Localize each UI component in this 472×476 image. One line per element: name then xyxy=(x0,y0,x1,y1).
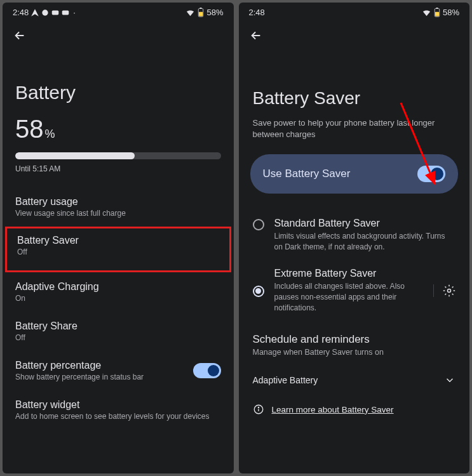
svg-point-12 xyxy=(258,407,259,408)
wifi-icon xyxy=(422,8,431,17)
battery-icon xyxy=(198,8,204,17)
radio-sub: Includes all changes listed above. Also … xyxy=(274,281,420,313)
radio-selected-icon xyxy=(253,286,264,297)
percent-value: 58 xyxy=(15,115,44,143)
battery-widget-item[interactable]: Battery widget Add to home screen to see… xyxy=(3,390,234,430)
percent-sign: % xyxy=(45,128,55,141)
svg-rect-8 xyxy=(435,12,439,17)
item-title: Battery Share xyxy=(15,321,221,332)
battery-share-item[interactable]: Battery Share Off xyxy=(3,312,234,351)
back-button[interactable] xyxy=(239,20,470,50)
svg-rect-2 xyxy=(62,10,69,15)
battery-progress-fill xyxy=(15,152,135,159)
use-battery-saver-pill[interactable]: Use Battery Saver xyxy=(250,154,459,194)
battery-percentage-item[interactable]: Battery percentage Show battery percenta… xyxy=(3,351,234,390)
item-title: Battery percentage xyxy=(15,360,193,371)
battery-percent-large: 58 % xyxy=(15,115,221,143)
info-icon xyxy=(253,404,264,415)
item-sub: Show battery percentage in status bar xyxy=(15,373,193,381)
learn-more-link[interactable]: Learn more about Battery Saver xyxy=(272,405,394,414)
radio-sub: Limits visual effects and background act… xyxy=(274,231,456,253)
battery-percentage-toggle[interactable] xyxy=(193,363,221,378)
gear-icon xyxy=(443,284,455,297)
item-sub: Off xyxy=(17,248,219,256)
schedule-reminders-item[interactable]: Schedule and reminders Manage when Batte… xyxy=(239,326,470,364)
status-bar: 2:48 · 58% xyxy=(3,3,234,20)
arrow-left-icon xyxy=(13,29,27,43)
adaptive-battery-label: Adaptive Battery xyxy=(253,375,318,385)
item-sub: View usage since last full charge xyxy=(15,209,221,218)
section-sub: Manage when Battery Saver turns on xyxy=(253,348,456,357)
item-sub: Add to home screen to see battery levels… xyxy=(15,412,221,421)
battery-progress-bar xyxy=(15,152,221,159)
settings-list: Battery usage View usage since last full… xyxy=(3,181,234,436)
battery-icon xyxy=(434,8,440,17)
radio-title: Extreme Battery Saver xyxy=(274,268,420,279)
svg-rect-5 xyxy=(199,12,203,17)
status-right: 58% xyxy=(185,8,223,17)
arrow-left-icon xyxy=(249,29,263,43)
page-title: Battery Saver xyxy=(239,50,470,117)
adaptive-battery-item[interactable]: Adaptive Battery xyxy=(239,364,470,396)
item-title: Adaptive Charging xyxy=(15,281,221,293)
learn-more-row[interactable]: Learn more about Battery Saver xyxy=(239,396,470,423)
phone-left: 2:48 · 58% Battery 58 % Until 5:15 AM xyxy=(3,3,234,473)
item-sub: Off xyxy=(15,333,221,342)
svg-rect-1 xyxy=(52,10,59,15)
svg-point-0 xyxy=(43,10,48,15)
battery-usage-item[interactable]: Battery usage View usage since last full… xyxy=(3,187,234,227)
page-title: Battery xyxy=(3,50,234,115)
status-app-icons xyxy=(30,8,70,17)
back-button[interactable] xyxy=(3,20,234,50)
adaptive-charging-item[interactable]: Adaptive Charging On xyxy=(3,272,234,312)
extreme-battery-saver-radio[interactable]: Extreme Battery Saver Includes all chang… xyxy=(239,260,470,321)
battery-percentage-block: 58 % Until 5:15 AM xyxy=(3,115,234,181)
status-left: 2:48 · xyxy=(13,8,76,17)
status-battery-percent: 58% xyxy=(443,8,459,17)
wifi-icon xyxy=(185,8,195,17)
status-dot: · xyxy=(73,8,76,17)
svg-point-9 xyxy=(448,289,451,292)
item-sub: On xyxy=(15,294,221,303)
item-title: Battery widget xyxy=(15,399,221,411)
status-time: 2:48 xyxy=(249,8,265,17)
extreme-settings-button[interactable] xyxy=(433,284,455,297)
status-right: 58% xyxy=(422,8,459,17)
battery-until-text: Until 5:15 AM xyxy=(15,164,221,173)
standard-battery-saver-radio[interactable]: Standard Battery Saver Limits visual eff… xyxy=(239,210,470,260)
page-subtitle: Save power to help your phone battery la… xyxy=(239,117,470,154)
battery-saver-item-highlighted[interactable]: Battery Saver Off xyxy=(5,227,231,272)
status-bar: 2:48 58% xyxy=(239,3,470,20)
item-title: Battery usage xyxy=(15,196,221,208)
radio-unselected-icon xyxy=(253,219,264,230)
chevron-down-icon xyxy=(444,374,455,386)
status-time: 2:48 xyxy=(13,8,29,17)
radio-title: Standard Battery Saver xyxy=(274,218,456,229)
status-left: 2:48 xyxy=(249,8,265,17)
status-battery-percent: 58% xyxy=(206,8,223,17)
section-title: Schedule and reminders xyxy=(253,333,456,346)
use-battery-saver-toggle[interactable] xyxy=(417,166,445,182)
phone-right: 2:48 58% Battery Saver Save power to hel… xyxy=(239,3,470,473)
pill-label: Use Battery Saver xyxy=(263,168,351,180)
item-title: Battery Saver xyxy=(17,235,219,246)
